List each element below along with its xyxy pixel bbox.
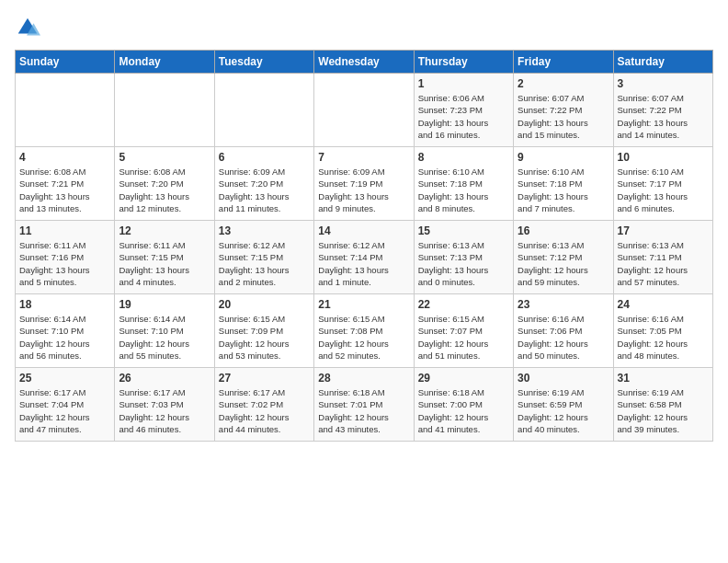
day-detail: Sunrise: 6:16 AM Sunset: 7:05 PM Dayligh… <box>618 313 709 362</box>
calendar-cell: 3Sunrise: 6:07 AM Sunset: 7:22 PM Daylig… <box>613 74 712 147</box>
day-detail: Sunrise: 6:12 AM Sunset: 7:14 PM Dayligh… <box>318 239 409 288</box>
day-number: 4 <box>19 151 110 164</box>
day-number: 7 <box>318 151 409 164</box>
day-number: 20 <box>219 298 310 311</box>
calendar-cell: 6Sunrise: 6:09 AM Sunset: 7:20 PM Daylig… <box>214 147 313 221</box>
calendar-cell: 5Sunrise: 6:08 AM Sunset: 7:20 PM Daylig… <box>115 147 214 221</box>
day-detail: Sunrise: 6:18 AM Sunset: 7:01 PM Dayligh… <box>318 386 409 435</box>
day-header-sunday: Sunday <box>16 51 115 74</box>
day-number: 10 <box>618 151 709 164</box>
day-detail: Sunrise: 6:16 AM Sunset: 7:06 PM Dayligh… <box>518 313 609 362</box>
day-number: 3 <box>618 77 709 90</box>
calendar-header-row: SundayMondayTuesdayWednesdayThursdayFrid… <box>16 51 713 74</box>
day-number: 12 <box>119 224 210 237</box>
day-detail: Sunrise: 6:10 AM Sunset: 7:17 PM Dayligh… <box>618 166 709 214</box>
calendar-cell: 1Sunrise: 6:06 AM Sunset: 7:23 PM Daylig… <box>414 74 513 147</box>
day-detail: Sunrise: 6:15 AM Sunset: 7:09 PM Dayligh… <box>219 313 310 362</box>
calendar-cell: 28Sunrise: 6:18 AM Sunset: 7:01 PM Dayli… <box>314 368 414 442</box>
day-number: 19 <box>119 298 210 311</box>
day-detail: Sunrise: 6:10 AM Sunset: 7:18 PM Dayligh… <box>518 166 609 214</box>
day-number: 31 <box>618 372 709 385</box>
logo <box>15 15 44 40</box>
calendar-cell: 23Sunrise: 6:16 AM Sunset: 7:06 PM Dayli… <box>514 294 613 368</box>
day-detail: Sunrise: 6:07 AM Sunset: 7:22 PM Dayligh… <box>518 92 609 141</box>
day-detail: Sunrise: 6:13 AM Sunset: 7:12 PM Dayligh… <box>518 239 609 288</box>
week-row-3: 11Sunrise: 6:11 AM Sunset: 7:16 PM Dayli… <box>16 221 713 294</box>
calendar-cell: 29Sunrise: 6:18 AM Sunset: 7:00 PM Dayli… <box>414 368 513 442</box>
calendar-cell: 31Sunrise: 6:19 AM Sunset: 6:58 PM Dayli… <box>613 368 712 442</box>
page-header <box>15 15 713 40</box>
calendar-cell: 17Sunrise: 6:13 AM Sunset: 7:11 PM Dayli… <box>613 221 712 294</box>
calendar-cell <box>115 74 214 147</box>
day-header-wednesday: Wednesday <box>314 51 414 74</box>
day-detail: Sunrise: 6:17 AM Sunset: 7:03 PM Dayligh… <box>119 386 210 435</box>
day-detail: Sunrise: 6:10 AM Sunset: 7:18 PM Dayligh… <box>418 166 509 214</box>
day-number: 16 <box>518 224 609 237</box>
calendar-cell: 10Sunrise: 6:10 AM Sunset: 7:17 PM Dayli… <box>613 147 712 221</box>
calendar-cell: 20Sunrise: 6:15 AM Sunset: 7:09 PM Dayli… <box>214 294 313 368</box>
calendar-cell: 13Sunrise: 6:12 AM Sunset: 7:15 PM Dayli… <box>214 221 313 294</box>
week-row-1: 1Sunrise: 6:06 AM Sunset: 7:23 PM Daylig… <box>16 74 713 147</box>
calendar-cell <box>314 74 414 147</box>
day-number: 26 <box>119 372 210 385</box>
calendar-cell: 19Sunrise: 6:14 AM Sunset: 7:10 PM Dayli… <box>115 294 214 368</box>
day-number: 17 <box>618 224 709 237</box>
day-detail: Sunrise: 6:09 AM Sunset: 7:19 PM Dayligh… <box>318 166 409 214</box>
day-number: 30 <box>518 372 609 385</box>
day-detail: Sunrise: 6:12 AM Sunset: 7:15 PM Dayligh… <box>219 239 310 288</box>
day-detail: Sunrise: 6:19 AM Sunset: 6:58 PM Dayligh… <box>618 386 709 435</box>
calendar-cell: 9Sunrise: 6:10 AM Sunset: 7:18 PM Daylig… <box>514 147 613 221</box>
day-number: 11 <box>19 224 110 237</box>
day-detail: Sunrise: 6:08 AM Sunset: 7:21 PM Dayligh… <box>19 166 110 214</box>
calendar-cell: 8Sunrise: 6:10 AM Sunset: 7:18 PM Daylig… <box>414 147 513 221</box>
calendar-cell: 15Sunrise: 6:13 AM Sunset: 7:13 PM Dayli… <box>414 221 513 294</box>
day-header-friday: Friday <box>514 51 613 74</box>
calendar-cell: 22Sunrise: 6:15 AM Sunset: 7:07 PM Dayli… <box>414 294 513 368</box>
calendar-cell: 4Sunrise: 6:08 AM Sunset: 7:21 PM Daylig… <box>16 147 115 221</box>
day-number: 18 <box>19 298 110 311</box>
day-number: 27 <box>219 372 310 385</box>
calendar-cell: 16Sunrise: 6:13 AM Sunset: 7:12 PM Dayli… <box>514 221 613 294</box>
day-detail: Sunrise: 6:06 AM Sunset: 7:23 PM Dayligh… <box>418 92 509 141</box>
day-header-thursday: Thursday <box>414 51 513 74</box>
day-number: 6 <box>219 151 310 164</box>
day-number: 28 <box>318 372 409 385</box>
day-header-saturday: Saturday <box>613 51 712 74</box>
calendar-cell: 2Sunrise: 6:07 AM Sunset: 7:22 PM Daylig… <box>514 74 613 147</box>
calendar-cell: 11Sunrise: 6:11 AM Sunset: 7:16 PM Dayli… <box>16 221 115 294</box>
day-number: 25 <box>19 372 110 385</box>
calendar-cell: 30Sunrise: 6:19 AM Sunset: 6:59 PM Dayli… <box>514 368 613 442</box>
calendar-cell: 12Sunrise: 6:11 AM Sunset: 7:15 PM Dayli… <box>115 221 214 294</box>
calendar-cell <box>16 74 115 147</box>
day-detail: Sunrise: 6:14 AM Sunset: 7:10 PM Dayligh… <box>19 313 110 362</box>
day-detail: Sunrise: 6:11 AM Sunset: 7:15 PM Dayligh… <box>119 239 210 288</box>
calendar-cell: 14Sunrise: 6:12 AM Sunset: 7:14 PM Dayli… <box>314 221 414 294</box>
day-number: 9 <box>518 151 609 164</box>
day-detail: Sunrise: 6:13 AM Sunset: 7:11 PM Dayligh… <box>618 239 709 288</box>
day-number: 22 <box>418 298 509 311</box>
day-number: 14 <box>318 224 409 237</box>
logo-icon <box>15 15 40 40</box>
day-number: 2 <box>518 77 609 90</box>
day-number: 21 <box>318 298 409 311</box>
day-header-tuesday: Tuesday <box>214 51 313 74</box>
calendar-table: SundayMondayTuesdayWednesdayThursdayFrid… <box>15 50 713 442</box>
day-detail: Sunrise: 6:09 AM Sunset: 7:20 PM Dayligh… <box>219 166 310 214</box>
day-detail: Sunrise: 6:07 AM Sunset: 7:22 PM Dayligh… <box>618 92 709 141</box>
week-row-4: 18Sunrise: 6:14 AM Sunset: 7:10 PM Dayli… <box>16 294 713 368</box>
day-detail: Sunrise: 6:14 AM Sunset: 7:10 PM Dayligh… <box>119 313 210 362</box>
day-detail: Sunrise: 6:18 AM Sunset: 7:00 PM Dayligh… <box>418 386 509 435</box>
day-number: 24 <box>618 298 709 311</box>
day-number: 1 <box>418 77 509 90</box>
calendar-cell <box>214 74 313 147</box>
day-detail: Sunrise: 6:15 AM Sunset: 7:07 PM Dayligh… <box>418 313 509 362</box>
calendar-cell: 7Sunrise: 6:09 AM Sunset: 7:19 PM Daylig… <box>314 147 414 221</box>
day-detail: Sunrise: 6:17 AM Sunset: 7:02 PM Dayligh… <box>219 386 310 435</box>
day-detail: Sunrise: 6:08 AM Sunset: 7:20 PM Dayligh… <box>119 166 210 214</box>
day-number: 13 <box>219 224 310 237</box>
day-number: 8 <box>418 151 509 164</box>
day-detail: Sunrise: 6:17 AM Sunset: 7:04 PM Dayligh… <box>19 386 110 435</box>
calendar-cell: 24Sunrise: 6:16 AM Sunset: 7:05 PM Dayli… <box>613 294 712 368</box>
calendar-cell: 25Sunrise: 6:17 AM Sunset: 7:04 PM Dayli… <box>16 368 115 442</box>
day-header-monday: Monday <box>115 51 214 74</box>
